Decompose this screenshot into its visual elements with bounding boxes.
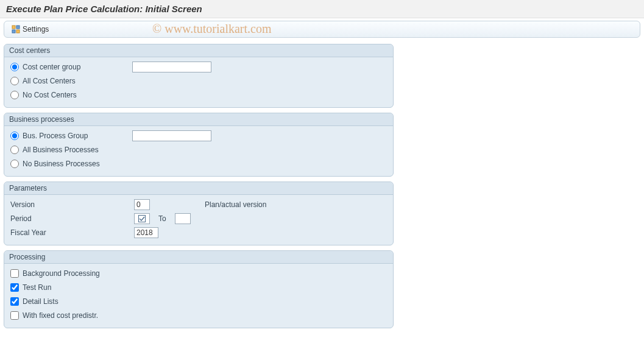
label-version-note: Plan/actual version: [205, 200, 266, 209]
svg-rect-2: [12, 30, 15, 33]
label-detail-lists: Detail Lists: [23, 297, 58, 306]
svg-rect-3: [16, 30, 19, 33]
input-version[interactable]: [134, 199, 150, 210]
settings-label: Settings: [23, 25, 49, 33]
label-test-run: Test Run: [23, 283, 51, 292]
group-cost-centers: Cost centers Cost center group All Cost …: [4, 44, 394, 108]
label-bus-process-group: Bus. Process Group: [23, 132, 88, 140]
label-to: To: [158, 214, 166, 223]
radio-cost-center-group[interactable]: [10, 63, 19, 71]
input-fiscal-year[interactable]: [134, 227, 158, 238]
page-title: Execute Plan Price Calculation: Initial …: [0, 0, 644, 18]
group-title: Parameters: [4, 182, 393, 195]
content: Cost centers Cost center group All Cost …: [0, 40, 644, 337]
label-fiscal-year: Fiscal Year: [9, 228, 134, 237]
group-parameters: Parameters Version Plan/actual version P…: [4, 182, 394, 245]
checkbox-fixed-cost-predistr[interactable]: [10, 311, 19, 320]
radio-no-cost-centers[interactable]: [10, 91, 19, 99]
label-all-bus-processes: All Business Processes: [23, 146, 99, 154]
settings-icon: [12, 25, 20, 33]
label-all-cost-centers: All Cost Centers: [23, 77, 76, 85]
checkbox-detail-lists[interactable]: [10, 297, 19, 306]
svg-rect-1: [16, 26, 19, 29]
checkbox-test-run[interactable]: [10, 283, 19, 292]
settings-button[interactable]: Settings: [9, 24, 51, 35]
group-title: Processing: [4, 251, 393, 264]
input-bus-process-group[interactable]: [132, 130, 211, 141]
input-period-from[interactable]: [134, 213, 150, 224]
label-period: Period: [9, 214, 134, 223]
checkbox-background-processing[interactable]: [10, 269, 19, 278]
label-fixed-cost-predistr: With fixed cost predistr.: [23, 311, 98, 320]
input-period-to[interactable]: [175, 213, 191, 224]
radio-no-bus-processes[interactable]: [10, 160, 19, 168]
radio-all-bus-processes[interactable]: [10, 146, 19, 154]
radio-bus-process-group[interactable]: [10, 132, 19, 140]
f4-help-icon: [138, 215, 146, 222]
radio-all-cost-centers[interactable]: [10, 77, 19, 85]
label-no-bus-processes: No Business Processes: [23, 160, 100, 168]
svg-rect-0: [12, 26, 15, 29]
group-business-processes: Business processes Bus. Process Group Al…: [4, 113, 394, 177]
label-version: Version: [9, 200, 134, 209]
label-background-processing: Background Processing: [23, 269, 100, 278]
label-cost-center-group: Cost center group: [23, 63, 80, 71]
group-title: Cost centers: [4, 44, 393, 57]
group-title: Business processes: [4, 113, 393, 126]
toolbar: Settings: [4, 21, 640, 38]
label-no-cost-centers: No Cost Centers: [23, 91, 77, 99]
input-cost-center-group[interactable]: [132, 62, 211, 72]
group-processing: Processing Background Processing Test Ru…: [4, 250, 394, 328]
